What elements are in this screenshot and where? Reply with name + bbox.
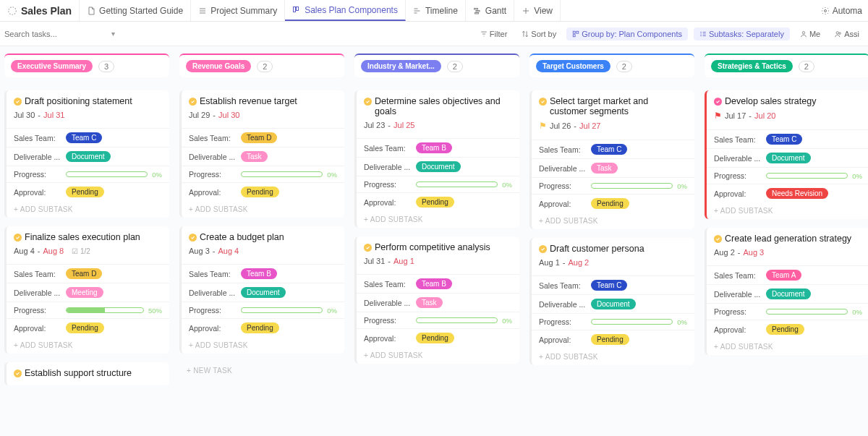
chevron-down-icon[interactable]: ▾ — [111, 30, 115, 38]
approval-pill[interactable]: Needs Revision — [766, 188, 828, 199]
add-subtask-button[interactable]: + ADD SUBTASK — [532, 213, 694, 229]
deliverable-pill[interactable]: Document — [766, 288, 811, 299]
deliverable-pill[interactable]: Task — [591, 163, 618, 174]
tab-gantt[interactable]: Gantt — [466, 0, 514, 21]
status-icon — [539, 245, 547, 253]
approval-pill[interactable]: Pending — [241, 322, 279, 333]
tab-timeline[interactable]: Timeline — [406, 0, 466, 21]
approval-pill[interactable]: Pending — [66, 322, 104, 333]
team-pill[interactable]: Team B — [416, 142, 452, 153]
tab-view[interactable]: View — [514, 0, 561, 21]
team-pill[interactable]: Team A — [766, 270, 801, 281]
approval-pill[interactable]: Pending — [241, 187, 279, 197]
task-card[interactable]: Finalize sales execution planAug 4 - Aug… — [4, 226, 169, 354]
sort-button[interactable]: Sort by — [517, 27, 561, 40]
team-pill[interactable]: Team D — [66, 268, 102, 279]
add-subtask-button[interactable]: + ADD SUBTASK — [532, 349, 694, 365]
approval-pill[interactable]: Pending — [66, 187, 104, 197]
deliverable-pill[interactable]: Document — [591, 299, 636, 309]
tab-project-summary[interactable]: Project Summary — [191, 0, 285, 21]
team-pill[interactable]: Team C — [66, 132, 102, 143]
add-subtask-button[interactable]: + ADD SUBTASK — [707, 202, 868, 219]
deliverable-pill[interactable]: Task — [416, 297, 443, 308]
task-card[interactable]: Create a budget planAug 3 - Aug 4Sales T… — [179, 226, 344, 354]
plus-icon — [522, 7, 530, 15]
deliverable-pill[interactable]: Document — [416, 161, 461, 172]
deliverable-pill[interactable]: Task — [241, 151, 268, 162]
add-subtask-button[interactable]: + ADD SUBTASK — [357, 211, 519, 228]
progress-bar[interactable] — [241, 171, 323, 177]
task-card[interactable]: Establish support structure — [4, 362, 169, 385]
add-subtask-button[interactable]: + ADD SUBTASK — [182, 201, 344, 218]
progress-bar[interactable] — [766, 173, 848, 179]
task-card[interactable]: Select target market and customer segmen… — [529, 90, 694, 229]
add-subtask-button[interactable]: + ADD SUBTASK — [357, 347, 519, 364]
column-header[interactable]: Target Customers2 — [529, 54, 694, 77]
assignees-button[interactable]: Assi — [830, 27, 864, 40]
team-pill[interactable]: Team B — [416, 278, 452, 289]
new-task-button[interactable]: + NEW TASK — [179, 362, 344, 379]
view-tabs: Sales Plan Getting Started GuideProject … — [0, 0, 868, 22]
column-header[interactable]: Strategies & Tactics2 — [705, 54, 868, 77]
tab-sales-plan-components[interactable]: Sales Plan Components — [285, 0, 406, 21]
approval-pill[interactable]: Pending — [591, 334, 629, 345]
field-progress: Progress:0% — [7, 166, 169, 182]
column-header[interactable]: Revenue Goals2 — [179, 54, 344, 77]
svg-point-10 — [802, 31, 804, 33]
column-header[interactable]: Executive Summary3 — [4, 54, 169, 77]
add-subtask-button[interactable]: + ADD SUBTASK — [7, 337, 169, 354]
tab-label: Sales Plan Components — [305, 5, 398, 15]
field-progress: Progress:50% — [7, 302, 169, 318]
task-card[interactable]: Perform competitive analysisJul 31 - Aug… — [354, 236, 519, 364]
page-title-tab[interactable]: Sales Plan — [0, 0, 80, 21]
task-card[interactable]: Create lead generation strategyAug 2 - A… — [705, 228, 868, 355]
add-subtask-button[interactable]: + ADD SUBTASK — [182, 337, 344, 354]
team-pill[interactable]: Team C — [766, 134, 802, 145]
approval-pill[interactable]: Pending — [766, 324, 804, 335]
status-icon — [14, 234, 22, 241]
search-input[interactable] — [4, 30, 106, 38]
team-pill[interactable]: Team D — [241, 132, 277, 143]
column-title: Target Customers — [536, 60, 610, 72]
progress-bar[interactable] — [66, 307, 144, 313]
deliverable-pill[interactable]: Meeting — [66, 287, 103, 298]
task-title: Establish support structure — [14, 368, 162, 378]
progress-bar[interactable] — [241, 307, 323, 313]
team-pill[interactable]: Team B — [241, 268, 277, 279]
svg-rect-1 — [294, 7, 296, 12]
task-card[interactable]: Determine sales objectives and goalsJul … — [354, 90, 519, 228]
progress-bar[interactable] — [66, 171, 148, 177]
task-card[interactable]: Establish revenue targetJul 29 - Jul 30S… — [179, 90, 344, 218]
task-card[interactable]: Develop sales strategy⚑ Jul 17 - Jul 20S… — [705, 90, 868, 219]
date-end: Jul 30 — [218, 111, 239, 119]
tab-getting-started-guide[interactable]: Getting Started Guide — [80, 0, 191, 21]
field-label: Sales Team: — [364, 144, 416, 153]
team-pill[interactable]: Team C — [591, 280, 627, 291]
deliverable-pill[interactable]: Document — [241, 287, 286, 298]
progress-bar[interactable] — [591, 319, 673, 325]
automation-button[interactable]: Automa — [815, 6, 868, 16]
filter-button[interactable]: Filter — [476, 27, 511, 40]
add-subtask-button[interactable]: + ADD SUBTASK — [7, 201, 169, 218]
column-header[interactable]: Industry & Market...2 — [354, 54, 519, 77]
subtasks-button[interactable]: Subtasks: Separately — [694, 27, 790, 40]
approval-pill[interactable]: Pending — [416, 197, 454, 208]
approval-pill[interactable]: Pending — [416, 333, 454, 343]
progress-bar[interactable] — [416, 181, 498, 187]
task-card[interactable]: Draft customer personaAug 1 - Aug 2Sales… — [529, 238, 694, 365]
approval-pill[interactable]: Pending — [591, 198, 629, 209]
task-card[interactable]: Draft positioning statementJul 30 - Jul … — [4, 90, 169, 218]
group-by-button[interactable]: Group by: Plan Components — [566, 27, 688, 40]
date-end: Aug 4 — [218, 247, 239, 255]
date-end: Jul 25 — [393, 121, 414, 129]
deliverable-pill[interactable]: Document — [66, 151, 111, 162]
progress-bar[interactable] — [766, 309, 848, 315]
deliverable-pill[interactable]: Document — [766, 153, 811, 163]
svg-rect-2 — [297, 7, 299, 10]
progress-bar[interactable] — [416, 317, 498, 323]
team-pill[interactable]: Team C — [591, 144, 627, 155]
progress-bar[interactable] — [591, 183, 673, 189]
me-button[interactable]: Me — [796, 27, 825, 40]
add-subtask-button[interactable]: + ADD SUBTASK — [707, 338, 868, 355]
progress-value: 0% — [852, 308, 862, 316]
